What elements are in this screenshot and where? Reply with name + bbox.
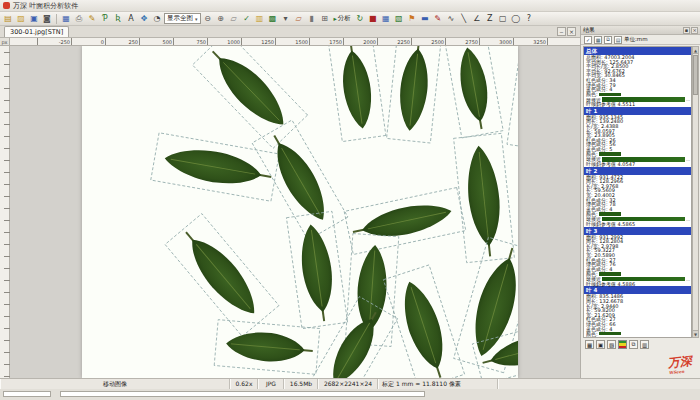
- flag-icon[interactable]: ⚑: [406, 13, 418, 25]
- ruler-label: 500: [140, 38, 174, 45]
- ellipsis: …: [686, 277, 690, 282]
- check-icon[interactable]: ✓: [584, 36, 592, 44]
- view-mode-value: 显示全图: [167, 14, 193, 23]
- ruler-corner: px: [0, 38, 10, 46]
- save-all-icon[interactable]: ▦: [60, 13, 72, 25]
- result-table-icon[interactable]: ▦: [585, 340, 594, 349]
- refresh-icon[interactable]: ↻: [354, 13, 366, 25]
- area-icon[interactable]: ▢: [497, 13, 509, 25]
- help-icon[interactable]: ?: [523, 13, 535, 25]
- results-scrollbar[interactable]: ▲ ▼: [692, 46, 699, 338]
- status-cell: 标定 1 mm = 11.8110 像素: [378, 379, 498, 389]
- scroll-up-icon[interactable]: ▲: [693, 47, 698, 54]
- results-bottom-toolbar: ▦▣▧⧉▥: [583, 339, 692, 350]
- brush-icon[interactable]: ▮: [306, 13, 318, 25]
- leaf-image[interactable]: [82, 46, 518, 378]
- panel-close-icon[interactable]: ×: [691, 27, 698, 34]
- leaf-bounding-box: [507, 46, 518, 151]
- canvas-close-button[interactable]: ×: [567, 27, 576, 36]
- ruler-label: 2750: [446, 38, 480, 45]
- save-icon[interactable]: ▣: [28, 13, 40, 25]
- leaf-object[interactable]: [165, 214, 279, 337]
- pin-icon[interactable]: ▪: [683, 27, 690, 34]
- leaf-object[interactable]: [387, 46, 442, 143]
- result-save-icon[interactable]: ▣: [596, 340, 605, 349]
- window-title: 万深 叶面积分析软件: [13, 1, 78, 11]
- z-icon[interactable]: Z: [484, 13, 496, 25]
- text-icon[interactable]: A: [125, 13, 137, 25]
- leaf-object[interactable]: [286, 211, 347, 328]
- scrollbar-thumb[interactable]: [693, 55, 698, 95]
- ruler-label: -250: [38, 38, 72, 45]
- ruler-label: 250: [106, 38, 140, 45]
- zoom-tool-icon[interactable]: ◔: [151, 13, 163, 25]
- curve-icon[interactable]: ∿: [445, 13, 457, 25]
- view-mode-dropdown[interactable]: 显示全图▾: [164, 13, 201, 24]
- stop-icon[interactable]: ■: [367, 13, 379, 25]
- leaf-object[interactable]: [344, 188, 466, 255]
- canvas-minimize-button[interactable]: ‒: [557, 27, 566, 36]
- leaf-object[interactable]: [445, 46, 503, 138]
- result-excel-icon[interactable]: ▧: [607, 340, 616, 349]
- count-icon[interactable]: ⊞: [319, 13, 331, 25]
- leaf-object[interactable]: [214, 320, 320, 375]
- ruler-icon[interactable]: ▬: [419, 13, 431, 25]
- closest-label: 最接近: [586, 336, 601, 338]
- color-flag-icon[interactable]: [618, 340, 627, 349]
- page-next-icon[interactable]: Ʀ: [112, 13, 124, 25]
- layers-icon[interactable]: ▥: [254, 13, 266, 25]
- pan-hand-icon[interactable]: ✥: [138, 13, 150, 25]
- table-icon[interactable]: ▦: [380, 13, 392, 25]
- print-icon[interactable]: ⎙: [73, 13, 85, 25]
- new-file-icon[interactable]: ▤: [2, 13, 14, 25]
- ruler-label: 3000: [480, 38, 514, 45]
- camera-icon[interactable]: ◙: [41, 13, 53, 25]
- select-icon[interactable]: ▱: [228, 13, 240, 25]
- line-icon[interactable]: ╲: [458, 13, 470, 25]
- color-swatch: [599, 152, 621, 156]
- marker-icon[interactable]: ✓: [241, 13, 253, 25]
- angle-icon[interactable]: ∠: [471, 13, 483, 25]
- color-swatch: [599, 272, 621, 276]
- results-list[interactable]: 总体总面积: 47003.2004平均周长: 125.6437平均长/宽: 2.…: [583, 46, 692, 338]
- dropdown-a-icon[interactable]: ▾: [280, 13, 292, 25]
- pen-icon[interactable]: ✎: [432, 13, 444, 25]
- leaf-object[interactable]: [151, 133, 279, 201]
- circle-icon[interactable]: ◯: [510, 13, 522, 25]
- document-tab-bar: 300-01.jpg[STN] ‒ ×: [0, 26, 580, 38]
- results-panel-header: 结果 ▪ ×: [581, 26, 700, 35]
- zoom-out-icon[interactable]: ⊖: [202, 13, 214, 25]
- vertical-ruler: [0, 46, 10, 378]
- status-cell: 16.5Mb: [284, 379, 318, 389]
- color-swatch: [599, 332, 621, 336]
- green-grid-icon[interactable]: ▩: [267, 13, 279, 25]
- app-logo-icon: [3, 2, 10, 9]
- leaf-object[interactable]: [328, 46, 386, 142]
- main-toolbar: ▤▨▣◙▦⎙✎ƤƦA✥◔显示全图▾⊖⊕▱✓▥▩▾▱▮⊞▸分析↻■▦▧⚑▬✎∿╲∠…: [0, 12, 700, 26]
- export-icon[interactable]: ▤: [614, 36, 622, 44]
- page-prev-icon[interactable]: Ƥ: [99, 13, 111, 25]
- excel-icon[interactable]: ▧: [393, 13, 405, 25]
- leaf-object[interactable]: [192, 46, 307, 148]
- copy-icon[interactable]: ⧉: [604, 36, 612, 44]
- analyze-button[interactable]: ▸分析: [332, 14, 353, 23]
- ruler-label: 1500: [276, 38, 310, 45]
- ruler-label: 1750: [310, 38, 344, 45]
- status-field-wide: [60, 391, 425, 397]
- result-chart-icon[interactable]: ▥: [640, 340, 649, 349]
- open-folder-icon[interactable]: ▨: [15, 13, 27, 25]
- image-canvas[interactable]: [10, 46, 580, 378]
- document-tab[interactable]: 300-01.jpg[STN]: [4, 26, 69, 37]
- eraser-icon[interactable]: ▱: [293, 13, 305, 25]
- zoom-in-icon[interactable]: ⊕: [215, 13, 227, 25]
- status-field-small: [3, 391, 51, 397]
- status-filler: [498, 379, 700, 389]
- leaf-object[interactable]: [454, 133, 515, 262]
- grid-icon[interactable]: ▦: [594, 36, 602, 44]
- edit-icon[interactable]: ✎: [86, 13, 98, 25]
- result-copy-icon[interactable]: ⧉: [629, 340, 638, 349]
- analyze-label: 分析: [338, 14, 351, 23]
- leaf-object[interactable]: [507, 46, 518, 151]
- scroll-down-icon[interactable]: ▼: [693, 330, 698, 337]
- results-toolbar: ✓▦⧉▤单位:mm: [581, 35, 700, 45]
